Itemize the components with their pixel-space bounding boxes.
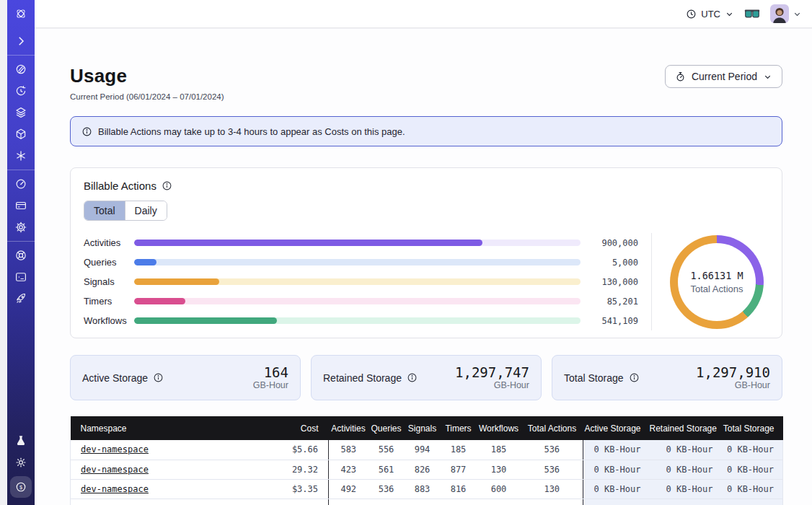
bar-track	[134, 298, 581, 304]
total-actions-donut: 1.66131 M Total Actions	[670, 235, 764, 329]
cell-total-actions: 536	[521, 460, 583, 479]
sidebar-divider	[7, 170, 35, 170]
info-icon[interactable]	[407, 372, 418, 383]
cell-total-actions: 130	[521, 479, 583, 499]
billable-bar-chart: Activities 900,000 Queries 5,000 Signals…	[84, 233, 651, 330]
cell-cost: $5.66	[251, 440, 329, 460]
col-workflows: Workflows	[477, 416, 521, 440]
col-signals: Signals	[405, 416, 441, 440]
storage-summary-row: Active Storage 164 GB-Hour Retained Stor…	[70, 355, 782, 400]
cell-timers: 877	[441, 460, 477, 479]
usage-bar: Timers 85,201	[84, 291, 638, 311]
cell-signals: 826	[405, 460, 441, 479]
billable-view-tabs: Total Daily	[84, 201, 167, 221]
retained-storage-value: 1,297,747	[455, 365, 529, 381]
bar-value: 541,109	[591, 316, 638, 326]
account-menu[interactable]	[770, 4, 802, 23]
active-storage-card: Active Storage 164 GB-Hour	[70, 355, 301, 400]
bar-value: 5,000	[591, 258, 638, 268]
cell-cost: $3.35	[251, 479, 329, 499]
info-icon[interactable]	[629, 372, 640, 383]
glasses-icon[interactable]	[744, 9, 760, 19]
credit-card-icon[interactable]	[13, 198, 29, 214]
active-storage-label: Active Storage	[82, 372, 148, 384]
namespace-link[interactable]: dev-namespace	[81, 444, 149, 454]
bar-fill	[134, 278, 219, 285]
period-select-button[interactable]: Current Period	[665, 65, 782, 88]
flask-icon[interactable]	[13, 433, 29, 449]
chevron-down-icon	[763, 72, 772, 82]
col-total-storage: Total Storage	[722, 416, 783, 440]
table-row-partial	[71, 499, 783, 505]
terminal-icon[interactable]	[13, 269, 29, 285]
total-storage-value: 1,297,910	[696, 365, 770, 381]
info-icon[interactable]	[153, 372, 164, 383]
cell-queries: 561	[369, 460, 405, 479]
cell-total-storage: 0 KB-Hour	[722, 460, 783, 479]
cell-total-actions: 536	[521, 440, 583, 460]
namespace-link[interactable]: dev-namespace	[81, 465, 149, 475]
temporal-logo[interactable]	[13, 6, 29, 22]
bar-track	[134, 240, 581, 246]
tab-daily[interactable]: Daily	[125, 201, 167, 220]
tab-total[interactable]: Total	[84, 201, 125, 220]
eye-icon[interactable]	[13, 61, 29, 77]
usage-bar: Workflows 541,109	[84, 311, 638, 330]
dollar-coin-icon[interactable]: $	[10, 476, 32, 498]
info-icon[interactable]	[162, 180, 172, 191]
retained-storage-unit: GB-Hour	[455, 380, 529, 390]
main-content: Usage Current Period (06/01/2024 – 07/01…	[35, 29, 812, 505]
cell-active-storage: 0 KB-Hour	[583, 440, 650, 460]
col-queries: Queries	[369, 416, 405, 440]
bar-value: 900,000	[591, 238, 638, 248]
avatar	[770, 4, 789, 23]
namespace-link[interactable]: dev-namespace	[81, 484, 149, 494]
active-storage-unit: GB-Hour	[253, 380, 288, 390]
cell-activities: 423	[329, 460, 369, 479]
chevron-down-icon	[793, 9, 802, 19]
lifebuoy-icon[interactable]	[13, 247, 29, 263]
cell-total-storage: 0 KB-Hour	[722, 440, 783, 460]
col-active-storage: Active Storage	[583, 416, 650, 440]
bar-track	[134, 278, 581, 285]
cube-icon[interactable]	[13, 126, 29, 142]
gear-icon[interactable]	[13, 219, 29, 235]
cell-retained-storage: 0 KB-Hour	[650, 460, 722, 479]
sun-icon[interactable]	[13, 454, 29, 470]
namespace-usage-table: Namespace Cost Activities Queries Signal…	[70, 416, 783, 505]
bar-label: Activities	[84, 237, 134, 248]
asterisk-icon[interactable]	[13, 148, 29, 164]
bar-fill	[134, 240, 482, 246]
col-namespace: Namespace	[71, 416, 251, 440]
info-banner: Billable Actions may take up to 3-4 hour…	[70, 116, 782, 146]
bar-label: Signals	[84, 276, 134, 287]
bar-value: 130,000	[591, 277, 638, 287]
bar-label: Queries	[84, 257, 134, 268]
history-icon[interactable]	[13, 83, 29, 99]
table-row: dev-namespace $3.35 492 536 883 816 600 …	[71, 479, 783, 499]
cell-total-storage: 0 KB-Hour	[722, 479, 783, 499]
chevron-right-icon[interactable]	[13, 33, 29, 49]
cell-queries: 556	[369, 440, 405, 460]
info-banner-text: Billable Actions may take up to 3-4 hour…	[98, 126, 405, 137]
stopwatch-icon	[675, 71, 686, 82]
timezone-picker[interactable]: UTC	[686, 9, 734, 19]
table-row: dev-namespace $5.66 583 556 994 185 185 …	[71, 440, 783, 460]
bar-label: Workflows	[84, 315, 134, 326]
cell-workflows: 600	[477, 479, 521, 499]
col-cost: Cost	[251, 416, 329, 440]
rocket-icon[interactable]	[13, 291, 29, 307]
gauge-icon[interactable]	[13, 176, 29, 192]
billable-actions-title: Billable Actions	[84, 180, 156, 192]
cell-activities: 583	[329, 440, 369, 460]
cell-signals: 994	[405, 440, 441, 460]
billable-actions-card: Billable Actions Total Daily Activities …	[70, 167, 782, 338]
cell-active-storage: 0 KB-Hour	[583, 479, 650, 499]
layers-icon[interactable]	[13, 105, 29, 120]
cell-workflows: 185	[477, 440, 521, 460]
donut-total-value: 1.66131 M	[690, 270, 743, 281]
active-storage-value: 164	[253, 365, 288, 381]
cell-activities: 492	[329, 479, 369, 499]
sidebar-divider	[7, 241, 35, 242]
info-icon	[81, 126, 92, 137]
